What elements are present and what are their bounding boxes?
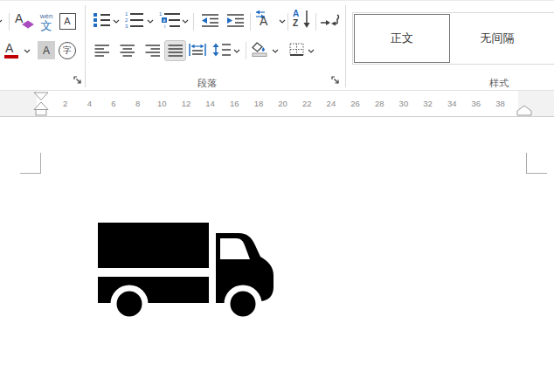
shading-dropdown-caret[interactable] [272,49,279,53]
character-border-icon: A [59,13,76,30]
enclose-characters-button[interactable]: 字 [57,40,78,61]
numbering-icon: 1 [125,11,143,17]
ruler-number: 22 [302,99,312,108]
separator [250,13,251,31]
numbering-button[interactable]: 1 2 3 [125,11,143,29]
borders-icon [289,43,304,57]
ruler-number: 20 [278,99,287,108]
ruler-number: 4 [87,99,92,108]
multilevel-list-icon: i [159,24,180,29]
line-spacing-icon [212,43,232,57]
ruler-number: 16 [230,99,239,108]
right-indent-marker-icon [516,105,532,116]
align-left-icon [94,45,110,57]
multilevel-list-button[interactable]: 1 a i [159,11,180,29]
paragraph-dialog-launcher[interactable] [330,75,341,86]
ruler-number: 34 [447,99,457,108]
bullets-icon [93,23,110,28]
show-marks-icon [320,12,340,28]
separator [193,13,194,31]
increase-indent-icon [226,13,245,27]
enclose-characters-icon: 字 [59,42,76,59]
group-separator [345,5,346,87]
ruler-number: 14 [205,99,215,108]
ruler-number: 10 [157,99,167,108]
character-shading-button[interactable]: A [38,41,55,59]
show-marks-button[interactable] [320,12,340,28]
ribbon: A wén 文 A A A 字 1 2 3 [0,0,554,91]
separator [287,13,288,31]
line-spacing-dropdown-caret[interactable] [233,49,240,53]
sort-arrow-icon [303,10,312,29]
ruler-number: 24 [327,99,336,108]
document-page[interactable] [0,118,554,392]
style-normal[interactable]: 正文 [354,14,450,63]
font-color-button[interactable]: A [2,40,21,61]
phonetic-guide-icon: 文 [41,20,52,31]
indent-markers[interactable] [33,92,49,116]
multilevel-list-icon: 1 [159,11,180,17]
truck-icon [96,218,275,325]
ruler-numbers: 2468101214161820222426283032343638 [0,91,554,116]
asian-layout-button[interactable]: A [253,10,278,31]
justify-button[interactable] [164,40,186,61]
font-color-dropdown-caret[interactable] [24,49,31,53]
asian-layout-dropdown-caret[interactable] [279,19,286,24]
multilevel-list-icon: a [159,17,180,23]
ruler-number: 32 [423,99,433,108]
separator [9,13,10,31]
styles-group-label: 样式 [480,77,518,90]
ruler-number: 38 [495,99,505,108]
clear-formatting-button[interactable]: A [12,10,35,32]
separator [315,13,316,31]
separator [246,42,246,59]
distribute-text-icon [189,43,206,57]
borders-button[interactable] [289,43,304,57]
numbering-dropdown-caret[interactable] [147,19,154,24]
group-separator [85,5,86,87]
asian-layout-letter: A [260,15,267,27]
ruler-number: 36 [472,99,481,108]
sort-icon: A [293,10,299,18]
style-no-spacing[interactable]: 无间隔 [451,15,544,62]
align-center-icon [120,45,135,57]
ruler-number: 28 [375,99,384,108]
margin-corner-topright [526,173,547,174]
decrease-indent-button[interactable] [201,13,219,27]
ruler-number: 8 [135,99,140,108]
sort-button[interactable]: A Z [292,10,313,31]
styles-gallery: 正文 无间隔 [352,12,554,65]
justify-icon [168,45,184,57]
numbering-icon: 2 [125,17,143,23]
bullets-button[interactable] [93,12,110,28]
borders-dropdown-caret[interactable] [308,49,315,53]
clipped-caret-icon [0,19,3,24]
align-center-button[interactable] [120,45,135,57]
shading-button[interactable] [251,41,268,58]
numbering-icon: 3 [125,24,143,29]
margin-corner-topright [526,153,527,173]
align-right-button[interactable] [145,45,161,57]
right-indent-marker[interactable] [516,105,532,116]
line-spacing-button[interactable] [212,43,232,57]
indent-markers-icon [33,92,49,116]
bullets-dropdown-caret[interactable] [113,19,120,24]
align-left-button[interactable] [94,45,110,57]
distribute-text-button[interactable] [189,43,206,57]
phonetic-guide-button[interactable]: wén 文 [36,9,57,35]
style-normal-label: 正文 [391,31,413,46]
character-border-button[interactable]: A [57,10,78,31]
multilevel-dropdown-caret[interactable] [182,19,189,24]
font-color-swatch [4,55,18,58]
increase-indent-button[interactable] [226,13,245,27]
ruler-number: 2 [63,99,67,108]
horizontal-ruler[interactable]: 2468101214161820222426283032343638 [0,91,554,117]
ruler-number: 6 [111,99,115,108]
truck-image[interactable] [96,218,275,325]
font-dialog-launcher[interactable] [73,75,83,86]
character-shading-icon: A [43,45,50,57]
clear-formatting-icon: A [15,12,23,24]
eraser-diamond-icon [22,21,34,29]
margin-corner-topleft [40,153,41,173]
decrease-indent-icon [201,13,219,27]
